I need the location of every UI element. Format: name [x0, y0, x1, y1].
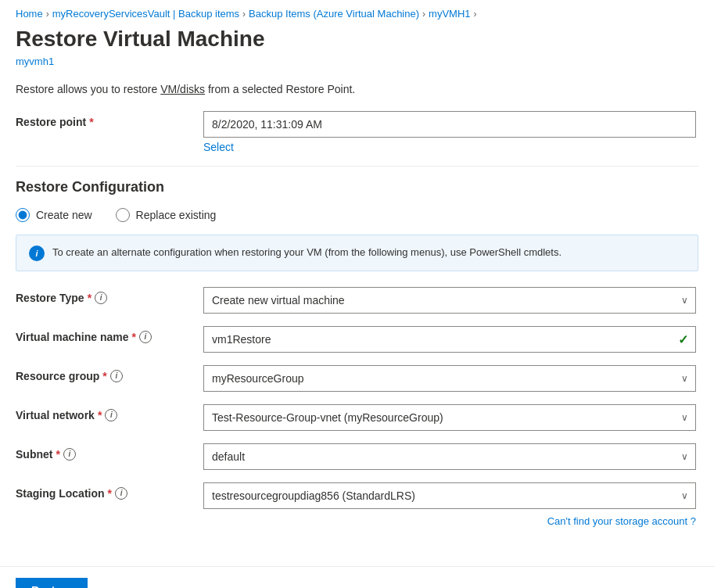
staging-location-label: Staging Location * i: [16, 482, 203, 500]
restore-button[interactable]: Restore: [16, 578, 88, 588]
restore-point-section: Restore point * Select: [16, 111, 698, 153]
radio-replace-existing-label: Replace existing: [136, 209, 217, 221]
page-title: Restore Virtual Machine: [16, 26, 698, 52]
virtual-network-required: *: [98, 409, 102, 421]
bottom-bar: Restore: [0, 566, 714, 588]
breadcrumb-sep-2: ›: [242, 9, 246, 20]
virtual-network-dropdown-container: Test-Resource-Group-vnet (myResourceGrou…: [203, 404, 696, 431]
description-suffix: from a selected Restore Point.: [205, 83, 355, 95]
staging-location-dropdown-container: testresourcegroupdiag856 (StandardLRS) ∨: [203, 482, 696, 509]
divider-1: [16, 166, 698, 167]
subnet-info-icon[interactable]: i: [63, 448, 76, 461]
breadcrumb-vm[interactable]: myVMH1: [429, 8, 470, 20]
restore-type-label-text: Restore Type: [16, 292, 84, 304]
restore-point-label-text: Restore point: [16, 116, 86, 128]
resource-group-control: myResourceGroup ∨: [203, 365, 698, 392]
restore-point-input[interactable]: [203, 111, 696, 138]
subnet-required: *: [56, 448, 59, 461]
restore-type-required: *: [88, 292, 91, 304]
staging-location-label-text: Staging Location: [16, 487, 105, 500]
subnet-label: Subnet * i: [16, 443, 203, 461]
info-banner-icon: i: [29, 246, 45, 261]
staging-location-dropdown[interactable]: testresourcegroupdiag856 (StandardLRS): [203, 482, 696, 509]
page-subtitle: myvmh1: [16, 56, 698, 67]
vm-name-input[interactable]: [203, 326, 696, 353]
storage-account-link[interactable]: Can't find your storage account ?: [547, 515, 696, 527]
restore-point-required: *: [89, 116, 93, 128]
vm-name-input-container: ✓: [203, 326, 696, 353]
radio-create-new[interactable]: Create new: [16, 208, 92, 222]
subnet-row: Subnet * i default ∨: [16, 443, 698, 470]
breadcrumb-sep-3: ›: [422, 9, 425, 20]
info-banner: i To create an alternate configuration w…: [16, 235, 698, 271]
restore-type-dropdown-container: Create new virtual machine Restore disks…: [203, 287, 696, 314]
radio-create-new-label: Create new: [36, 209, 92, 221]
main-content: Restore Virtual Machine myvmh1 Restore a…: [0, 26, 714, 566]
radio-replace-existing[interactable]: Replace existing: [116, 208, 217, 222]
subnet-dropdown-container: default ∨: [203, 443, 696, 470]
breadcrumb-sep-4: ›: [474, 9, 477, 20]
restore-point-label: Restore point *: [16, 111, 203, 128]
breadcrumb-vault[interactable]: myRecoveryServicesVault | Backup items: [52, 8, 239, 20]
restore-type-dropdown[interactable]: Create new virtual machine Restore disks: [203, 287, 696, 314]
restore-type-control: Create new virtual machine Restore disks…: [203, 287, 698, 314]
virtual-network-info-icon[interactable]: i: [105, 409, 117, 421]
restore-type-row: Restore Type * i Create new virtual mach…: [16, 287, 698, 314]
storage-link-row: Can't find your storage account ?: [16, 515, 696, 527]
restore-type-radio-group: Create new Replace existing: [16, 208, 698, 222]
vm-name-required: *: [131, 331, 135, 343]
subnet-label-text: Subnet: [16, 448, 52, 461]
restore-type-label: Restore Type * i: [16, 287, 203, 304]
virtual-network-label: Virtual network * i: [16, 404, 203, 421]
staging-location-control: testresourcegroupdiag856 (StandardLRS) ∨: [203, 482, 698, 509]
vm-name-label: Virtual machine name * i: [16, 326, 203, 343]
subnet-dropdown[interactable]: default: [203, 443, 696, 470]
vm-name-row: Virtual machine name * i ✓: [16, 326, 698, 353]
resource-group-info-icon[interactable]: i: [110, 370, 123, 382]
resource-group-label: Resource group * i: [16, 365, 203, 382]
vm-name-check-icon: ✓: [678, 332, 688, 346]
staging-location-required: *: [108, 487, 112, 500]
staging-location-row: Staging Location * i testresourcegroupdi…: [16, 482, 698, 509]
resource-group-label-text: Resource group: [16, 370, 99, 382]
vm-name-label-text: Virtual machine name: [16, 331, 128, 343]
select-restore-point-link[interactable]: Select: [203, 141, 698, 153]
radio-replace-existing-input[interactable]: [116, 208, 130, 222]
resource-group-required: *: [102, 370, 106, 382]
staging-location-info-icon[interactable]: i: [115, 487, 127, 500]
restore-config-section: Restore Configuration Create new Replace…: [16, 179, 698, 527]
restore-config-title: Restore Configuration: [16, 179, 698, 195]
description-text: Restore allows you to restore VM/disks f…: [16, 83, 698, 95]
resource-group-dropdown[interactable]: myResourceGroup: [203, 365, 696, 392]
description-prefix: Restore allows you to restore: [16, 83, 160, 95]
vm-name-control: ✓: [203, 326, 698, 353]
restore-type-info-icon[interactable]: i: [95, 292, 107, 304]
virtual-network-control: Test-Resource-Group-vnet (myResourceGrou…: [203, 404, 698, 431]
vm-name-info-icon[interactable]: i: [139, 331, 152, 343]
radio-create-new-input[interactable]: [16, 208, 30, 222]
breadcrumb: Home › myRecoveryServicesVault | Backup …: [0, 0, 714, 26]
restore-point-row: Restore point * Select: [16, 111, 698, 153]
breadcrumb-backup-items[interactable]: Backup Items (Azure Virtual Machine): [249, 8, 419, 20]
resource-group-dropdown-container: myResourceGroup ∨: [203, 365, 696, 392]
resource-group-row: Resource group * i myResourceGroup ∨: [16, 365, 698, 392]
subnet-control: default ∨: [203, 443, 698, 470]
virtual-network-dropdown[interactable]: Test-Resource-Group-vnet (myResourceGrou…: [203, 404, 696, 431]
restore-point-control: Select: [203, 111, 698, 153]
description-link: VM/disks: [160, 83, 205, 95]
breadcrumb-home[interactable]: Home: [16, 8, 43, 20]
virtual-network-row: Virtual network * i Test-Resource-Group-…: [16, 404, 698, 431]
virtual-network-label-text: Virtual network: [16, 409, 95, 421]
breadcrumb-sep-1: ›: [46, 9, 49, 20]
info-banner-text: To create an alternate configuration whe…: [52, 245, 562, 260]
